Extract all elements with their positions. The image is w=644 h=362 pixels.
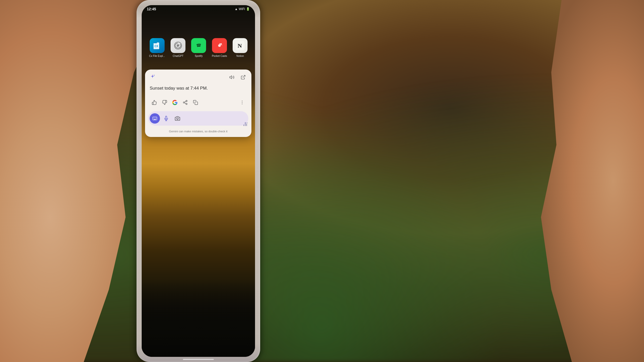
google-g-icon	[172, 100, 178, 105]
gemini-actions-row	[145, 96, 251, 111]
svg-rect-1	[154, 42, 157, 43]
chatgpt-svg	[173, 41, 183, 50]
nav-bar	[142, 359, 255, 360]
keyboard-button[interactable]	[150, 113, 160, 124]
svg-point-35	[177, 118, 179, 119]
svg-line-18	[184, 101, 186, 102]
svg-marker-12	[230, 76, 232, 79]
svg-line-17	[184, 103, 186, 104]
cx-file-svg: CX	[152, 41, 162, 50]
wifi-icon: WiFi	[239, 7, 245, 11]
microphone-button[interactable]	[161, 113, 171, 124]
open-external-button[interactable]	[240, 74, 247, 81]
thumbs-down-icon	[162, 100, 167, 105]
app-icons-row: CX Cx File Expl... ChatGPT Spotify	[142, 38, 255, 57]
pocket-casts-icon[interactable]	[212, 38, 227, 53]
gemini-card-header	[145, 70, 251, 84]
spotify-icon[interactable]	[191, 38, 206, 53]
copy-icon	[193, 100, 198, 105]
thumbs-down-button[interactable]	[160, 98, 169, 107]
svg-line-13	[243, 75, 245, 78]
gemini-response-text: Sunset today was at 7:44 PM.	[145, 84, 251, 96]
status-icons: ▲ WiFi 🔋	[235, 7, 250, 11]
nav-pill	[183, 359, 214, 360]
gemini-sparkle-icon	[150, 74, 155, 81]
sparkle-svg	[150, 74, 155, 80]
svg-point-5	[195, 42, 202, 49]
hand-right	[541, 0, 644, 362]
trees-silhouette	[142, 280, 255, 357]
phone-screen	[142, 5, 255, 357]
notion-label: Notion	[236, 55, 244, 57]
app-notion[interactable]: N Notion	[233, 38, 248, 57]
share-button[interactable]	[181, 98, 190, 107]
app-cx-file[interactable]: CX Cx File Expl...	[149, 38, 165, 57]
svg-point-21	[242, 102, 243, 103]
svg-text:N: N	[238, 42, 242, 49]
chatgpt-icon[interactable]	[171, 38, 185, 53]
battery-icon: 🔋	[246, 7, 250, 11]
spotify-label: Spotify	[195, 55, 203, 57]
google-search-button[interactable]	[170, 98, 180, 107]
camera-button[interactable]	[172, 113, 183, 124]
svg-point-16	[186, 103, 187, 105]
speaker-button[interactable]	[228, 74, 235, 81]
gemini-header-actions	[228, 74, 247, 81]
thumbs-up-icon	[152, 100, 157, 105]
cx-file-label: Cx File Expl...	[149, 55, 165, 57]
pocketcasts-svg	[215, 41, 224, 50]
camera-icon	[175, 116, 180, 121]
svg-point-14	[186, 100, 187, 101]
status-bar: 12:45 ▲ WiFi 🔋	[142, 5, 255, 13]
app-pocket-casts[interactable]: Pocket Casts	[212, 38, 227, 57]
notion-svg: N	[235, 41, 245, 50]
keyboard-icon	[152, 116, 157, 121]
gemini-input-area	[148, 111, 248, 126]
pocket-casts-label: Pocket Casts	[212, 55, 227, 57]
external-link-icon	[241, 75, 246, 80]
spotify-svg	[194, 41, 203, 50]
more-options-button[interactable]	[238, 98, 247, 107]
app-chatgpt[interactable]: ChatGPT	[171, 38, 185, 57]
svg-text:CX: CX	[155, 45, 158, 48]
charts-button[interactable]	[241, 119, 250, 129]
svg-point-20	[242, 100, 243, 101]
app-spotify[interactable]: Spotify	[191, 38, 206, 57]
cx-file-icon[interactable]: CX	[150, 38, 165, 53]
microphone-icon	[164, 116, 169, 121]
charts-icon	[242, 121, 248, 127]
svg-rect-19	[195, 102, 198, 105]
svg-point-15	[183, 102, 185, 103]
notion-icon[interactable]: N	[233, 38, 248, 53]
gemini-card: Sunset today was at 7:44 PM.	[145, 70, 251, 137]
copy-button[interactable]	[191, 98, 200, 107]
svg-rect-11	[238, 43, 238, 48]
svg-point-22	[242, 104, 243, 104]
share-icon	[183, 100, 188, 105]
gemini-disclaimer: Gemini can make mistakes, so double-chec…	[145, 129, 251, 137]
more-icon	[240, 100, 245, 105]
chatgpt-label: ChatGPT	[173, 55, 184, 57]
signal-icon: ▲	[235, 7, 238, 11]
status-time: 12:45	[147, 7, 156, 11]
speaker-icon	[229, 75, 234, 80]
thumbs-up-button[interactable]	[150, 98, 159, 107]
